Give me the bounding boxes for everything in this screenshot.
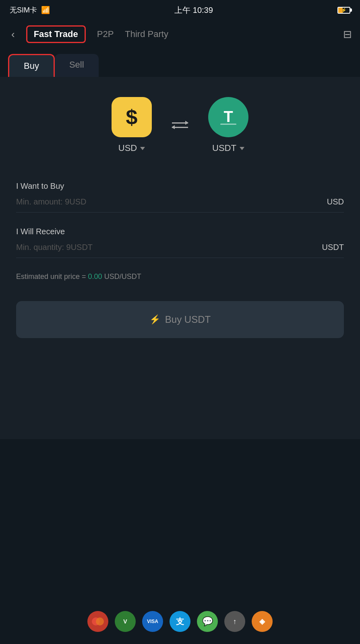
status-left: 无SIM卡 📶 [10, 5, 50, 15]
visa-green-icon[interactable]: V [115, 611, 136, 632]
svg-text:T: T [223, 108, 233, 125]
status-time: 上午 10:39 [174, 5, 213, 16]
buy-amount-section: I Want to Buy Min. amount: 9USD USD [16, 182, 344, 213]
buy-button-label: Buy USDT [165, 314, 211, 325]
estimated-price: Estimated unit price = 0.00 USD/USDT [16, 272, 344, 281]
back-button[interactable]: ‹ [8, 25, 18, 44]
status-bar: 无SIM卡 📶 上午 10:39 ⚡ [0, 0, 360, 20]
usdt-inner: T [208, 97, 248, 137]
nav-tabs: Fast Trade P2P Third Party [26, 25, 335, 43]
from-currency-label: USD [118, 143, 145, 153]
usdt-icon: T [208, 97, 248, 137]
buy-amount-placeholder: Min. amount: 9USD [16, 197, 87, 206]
receive-section: I Will Receive Min. quantity: 9USDT USDT [16, 227, 344, 258]
usdt-svg: T [216, 105, 240, 129]
buy-usdt-button[interactable]: ⚡ Buy USDT [16, 301, 344, 338]
order-icon[interactable]: ⊟ [343, 28, 352, 41]
sell-tab[interactable]: Sell [55, 54, 99, 77]
tab-p2p[interactable]: P2P [97, 27, 114, 42]
from-currency-selector[interactable]: $ USD [112, 97, 152, 153]
swap-button[interactable] [172, 122, 188, 128]
buy-sell-tabs: Buy Sell [0, 48, 360, 77]
visa-icon[interactable]: VISA [142, 611, 163, 632]
buy-amount-label: I Want to Buy [16, 182, 344, 191]
alipay-icon[interactable]: 支 [170, 611, 190, 632]
arrow-left-icon [172, 127, 188, 128]
other-icon[interactable]: ◈ [252, 611, 273, 632]
to-currency-caret [240, 147, 244, 150]
arrow-right-icon [172, 122, 188, 124]
usd-symbol: $ [126, 105, 138, 129]
receive-label: I Will Receive [16, 227, 344, 236]
usd-icon: $ [112, 97, 152, 137]
receive-row[interactable]: Min. quantity: 9USDT USDT [16, 243, 344, 258]
tab-third-party[interactable]: Third Party [125, 27, 168, 42]
estimated-suffix: USD/USDT [102, 272, 141, 281]
estimated-value: 0.00 [88, 272, 102, 281]
buy-amount-currency: USD [327, 197, 344, 206]
receive-currency: USDT [322, 243, 344, 252]
receive-placeholder: Min. quantity: 9USDT [16, 243, 93, 252]
mastercard-icon[interactable] [87, 611, 108, 632]
from-currency-text: USD [118, 143, 137, 153]
tab-fast-trade[interactable]: Fast Trade [26, 25, 86, 43]
wechat-icon[interactable]: 💬 [197, 611, 218, 632]
transfer-icon[interactable]: ↑ [224, 611, 245, 632]
charging-icon: ⚡ [341, 8, 347, 13]
status-right: ⚡ [337, 7, 350, 14]
main-content: $ USD T USDT [0, 77, 360, 439]
from-currency-caret [140, 147, 145, 150]
to-currency-selector[interactable]: T USDT [208, 97, 248, 153]
buy-lightning-icon: ⚡ [149, 314, 160, 325]
svg-point-3 [96, 617, 104, 625]
buy-tab[interactable]: Buy [8, 54, 55, 77]
estimated-prefix: Estimated unit price = [16, 272, 88, 281]
buy-amount-row[interactable]: Min. amount: 9USD USD [16, 197, 344, 213]
wifi-icon: 📶 [41, 6, 50, 14]
nav-bar: ‹ Fast Trade P2P Third Party ⊟ [0, 20, 360, 48]
svg-rect-1 [220, 124, 236, 125]
payment-icons: V VISA 支 💬 ↑ ◈ [87, 611, 273, 632]
currency-swap-row: $ USD T USDT [16, 93, 344, 161]
battery-icon: ⚡ [337, 7, 350, 14]
carrier-label: 无SIM卡 [10, 5, 37, 15]
to-currency-label: USDT [212, 143, 244, 153]
to-currency-text: USDT [212, 143, 236, 153]
